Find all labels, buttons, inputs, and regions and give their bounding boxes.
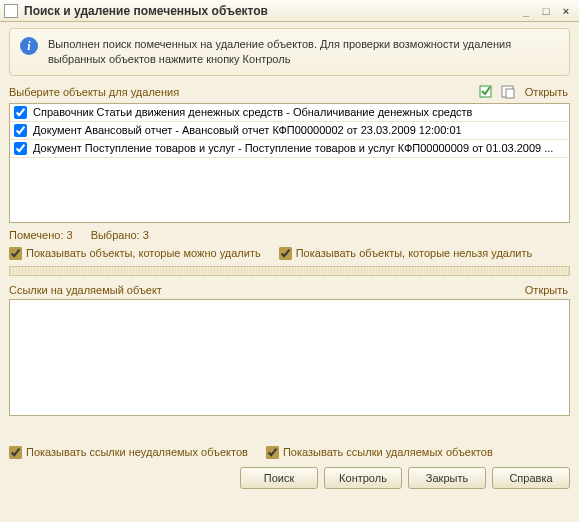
show-nondeletable-refs-checkbox[interactable] (9, 446, 22, 459)
close-window-button[interactable]: × (557, 3, 575, 19)
minimize-button[interactable]: _ (517, 3, 535, 19)
list-item[interactable]: Документ Поступление товаров и услуг - П… (10, 140, 569, 158)
filter-deletable-label: Показывать объекты, которые можно удалит… (26, 247, 261, 259)
window-icon (4, 4, 18, 18)
uncheck-all-icon[interactable] (501, 84, 517, 100)
selected-label: Выбрано: (91, 229, 140, 241)
info-text: Выполнен поиск помеченных на удаление об… (48, 37, 559, 67)
selected-value: 3 (143, 229, 149, 241)
filter-undeletable[interactable]: Показывать объекты, которые нельзя удали… (279, 247, 533, 260)
show-nondeletable-refs[interactable]: Показывать ссылки неудаляемых объектов (9, 446, 248, 459)
show-deletable-refs[interactable]: Показывать ссылки удаляемых объектов (266, 446, 493, 459)
open-link-top[interactable]: Открыть (525, 86, 570, 98)
check-all-icon[interactable] (479, 84, 495, 100)
help-button[interactable]: Справка (492, 467, 570, 489)
item-text: Документ Поступление товаров и услуг - П… (33, 142, 553, 154)
item-checkbox[interactable] (14, 106, 27, 119)
select-objects-label: Выберите объекты для удаления (9, 86, 479, 98)
item-text: Документ Авансовый отчет - Авансовый отч… (33, 124, 462, 136)
item-text: Справочник Статьи движения денежных сред… (33, 106, 472, 118)
show-deletable-refs-label: Показывать ссылки удаляемых объектов (283, 446, 493, 458)
close-button[interactable]: Закрыть (408, 467, 486, 489)
show-nondeletable-refs-label: Показывать ссылки неудаляемых объектов (26, 446, 248, 458)
filter-undeletable-label: Показывать объекты, которые нельзя удали… (296, 247, 533, 259)
info-icon: i (20, 37, 38, 55)
show-deletable-refs-checkbox[interactable] (266, 446, 279, 459)
marked-label: Помечено: (9, 229, 63, 241)
objects-list[interactable]: Справочник Статьи движения денежных сред… (9, 103, 570, 223)
open-link-bottom[interactable]: Открыть (525, 284, 570, 296)
button-row: Поиск Контроль Закрыть Справка (9, 467, 570, 489)
filter-deletable-checkbox[interactable] (9, 247, 22, 260)
references-header: Ссылки на удаляемый объект (9, 284, 525, 296)
svg-rect-2 (506, 89, 514, 98)
list-item[interactable]: Документ Авансовый отчет - Авансовый отч… (10, 122, 569, 140)
titlebar: Поиск и удаление помеченных объектов _ □… (0, 0, 579, 22)
marked-value: 3 (67, 229, 73, 241)
maximize-button[interactable]: □ (537, 3, 555, 19)
filter-deletable[interactable]: Показывать объекты, которые можно удалит… (9, 247, 261, 260)
item-checkbox[interactable] (14, 124, 27, 137)
item-checkbox[interactable] (14, 142, 27, 155)
window-title: Поиск и удаление помеченных объектов (24, 4, 515, 18)
list-item[interactable]: Справочник Статьи движения денежных сред… (10, 104, 569, 122)
filter-undeletable-checkbox[interactable] (279, 247, 292, 260)
splitter-handle[interactable] (9, 266, 570, 276)
control-button[interactable]: Контроль (324, 467, 402, 489)
info-panel: i Выполнен поиск помеченных на удаление … (9, 28, 570, 76)
references-list[interactable] (9, 299, 570, 416)
search-button[interactable]: Поиск (240, 467, 318, 489)
status-line: Помечено: 3 Выбрано: 3 (9, 229, 570, 241)
